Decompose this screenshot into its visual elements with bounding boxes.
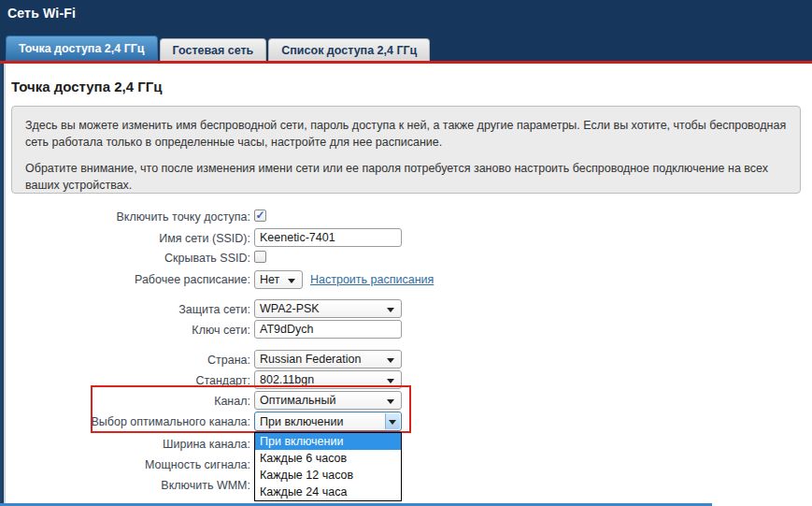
network-key-input[interactable] [254,320,402,339]
dropdown-option[interactable]: Каждые 24 часа [255,484,401,500]
info-box: Здесь вы можете изменить имя беспроводно… [11,106,801,194]
wmm-label: Включить WMM: [0,479,250,492]
channel-select-value: Оптимальный [260,394,335,407]
security-select-value: WPA2-PSK [260,302,320,315]
standard-label: Стандарт: [0,374,250,387]
dropdown-option[interactable]: При включении [255,433,401,450]
checkmark-icon: ✓ [255,210,265,221]
standard-select-value: 802.11bgn [260,373,314,386]
info-paragraph-1: Здесь вы можете изменить имя беспроводно… [25,117,787,151]
signal-power-label: Мощность сигнала: [0,458,250,471]
hide-ssid-checkbox[interactable] [254,251,266,263]
dropdown-arrow-icon [387,358,394,363]
section-title: Точка доступа 2,4 ГГц [11,79,162,94]
optimal-channel-dropdown-list: При включении Каждые 6 часов Каждые 12 ч… [254,432,402,501]
optimal-channel-select[interactable]: При включении [254,412,402,431]
optimal-channel-select-value: При включении [260,415,343,428]
dropdown-option[interactable]: Каждые 6 часов [255,450,401,467]
dropdown-option[interactable]: Каждые 12 часов [255,467,401,484]
enable-ap-label: Включить точку доступа: [0,210,250,224]
channel-width-label: Ширина канала: [0,438,250,451]
dropdown-arrow-icon [389,420,396,425]
wifi-settings-page: Сеть Wi-Fi Точка доступа 2,4 ГГц Гостева… [0,0,812,506]
schedule-select[interactable]: Нет [254,270,303,289]
ssid-input[interactable] [254,228,402,247]
network-key-label: Ключ сети: [0,324,250,337]
ssid-label: Имя сети (SSID): [0,232,250,245]
tab-access-point-24[interactable]: Точка доступа 2,4 ГГц [6,36,158,61]
dropdown-arrow-icon [387,399,394,404]
tab-accent-rule [0,61,812,64]
page-header-title: Сеть Wi-Fi [7,6,76,21]
channel-select[interactable]: Оптимальный [254,391,402,410]
dropdown-arrow-icon [387,379,394,383]
country-select-value: Russian Federation [260,353,361,366]
hide-ssid-label: Скрывать SSID: [0,252,250,265]
channel-label: Канал: [0,395,250,408]
enable-ap-checkbox[interactable]: ✓ [254,210,266,222]
schedule-label: Рабочее расписание: [0,273,250,286]
optimal-channel-label: Выбор оптимального канала: [0,415,250,428]
country-select[interactable]: Russian Federation [254,350,402,369]
standard-select[interactable]: 802.11bgn [254,370,402,389]
tab-bar: Точка доступа 2,4 ГГц Гостевая сеть Спис… [6,36,432,61]
schedule-select-value: Нет [260,273,279,286]
security-label: Защита сети: [0,303,250,316]
dropdown-arrow-icon [288,279,295,283]
tab-guest-network[interactable]: Гостевая сеть [160,38,267,61]
country-label: Страна: [0,354,250,367]
security-select[interactable]: WPA2-PSK [254,299,402,318]
dropdown-arrow-icon [387,308,394,312]
tab-access-list-24[interactable]: Список доступа 2,4 ГГц [268,38,430,61]
info-paragraph-2: Обратите внимание, что после изменения и… [25,160,787,194]
configure-schedules-link[interactable]: Настроить расписания [310,273,434,286]
